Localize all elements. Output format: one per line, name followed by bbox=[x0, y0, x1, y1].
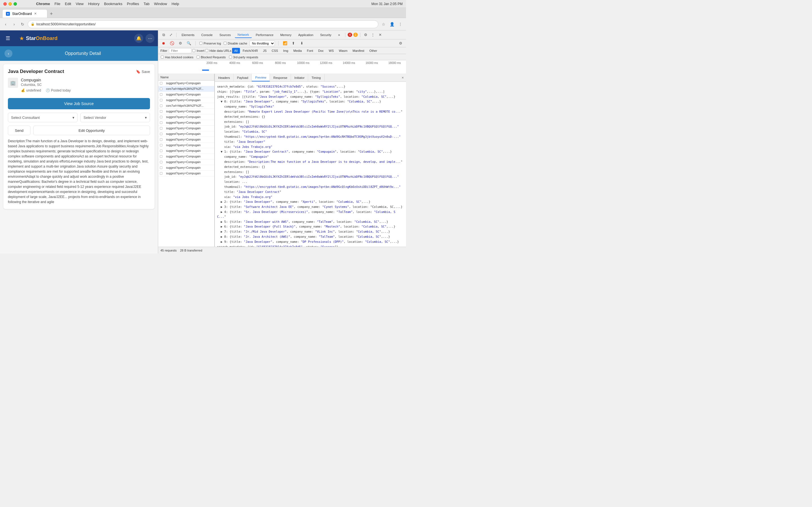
menu-file[interactable]: File bbox=[54, 2, 60, 6]
dock-icon-button[interactable]: ⧉ bbox=[160, 32, 167, 38]
preserve-log-checkbox[interactable] bbox=[199, 42, 202, 45]
tab-console[interactable]: Console bbox=[199, 32, 215, 38]
filter-button[interactable]: ⚙ bbox=[177, 40, 184, 47]
hamburger-area[interactable]: ☰ bbox=[0, 31, 16, 46]
row-cb-input[interactable] bbox=[160, 150, 162, 152]
payload-tab[interactable]: Payload bbox=[234, 74, 252, 81]
tab-sources[interactable]: Sources bbox=[216, 32, 234, 38]
network-row[interactable]: suggest?query=Compugain bbox=[158, 109, 214, 114]
row-cb-input[interactable] bbox=[160, 105, 162, 107]
row-cb-input[interactable] bbox=[160, 82, 162, 84]
blocked-requests-label[interactable]: Blocked Requests bbox=[196, 55, 226, 59]
network-row[interactable]: suggest?query=Compugain bbox=[158, 126, 214, 131]
menu-history[interactable]: History bbox=[88, 2, 99, 6]
tab-network[interactable]: Network bbox=[235, 32, 252, 38]
menu-bookmarks[interactable]: Bookmarks bbox=[104, 2, 122, 6]
type-js-button[interactable]: JS bbox=[261, 48, 269, 54]
hide-data-urls-checkbox[interactable] bbox=[205, 49, 208, 52]
disable-cache-checkbox[interactable] bbox=[223, 42, 226, 45]
tab-application[interactable]: Application bbox=[296, 32, 316, 38]
edit-opportunity-button[interactable]: Edit Opportunity bbox=[33, 126, 150, 135]
throttle-select[interactable]: No throttling bbox=[250, 41, 275, 46]
row-cb-input[interactable] bbox=[160, 127, 162, 129]
network-row[interactable]: suggest?query=Compugain bbox=[158, 131, 214, 137]
row-cb-input[interactable] bbox=[160, 99, 162, 101]
initiator-tab[interactable]: Initiator bbox=[291, 74, 308, 81]
search-button[interactable]: 🔍 bbox=[186, 40, 192, 47]
network-row[interactable]: suggest?query=Compugain bbox=[158, 148, 214, 154]
invert-label[interactable]: Invert bbox=[192, 49, 204, 52]
select-consultant-dropdown[interactable]: Select Consultant ▾ bbox=[8, 113, 78, 122]
download-icon[interactable]: ⬇ bbox=[299, 40, 305, 47]
tab-performance[interactable]: Performance bbox=[253, 32, 276, 38]
new-tab-button[interactable]: + bbox=[47, 10, 55, 18]
row-cb-input[interactable] bbox=[160, 161, 162, 163]
network-row[interactable]: cors?url=https%3A%2F%2F... bbox=[158, 86, 214, 92]
browser-tab[interactable]: ★ StarOnBoard ✕ bbox=[2, 9, 47, 18]
back-button[interactable]: ‹ bbox=[4, 50, 12, 57]
type-ws-button[interactable]: WS bbox=[326, 48, 336, 54]
back-nav-button[interactable]: ‹ bbox=[2, 21, 9, 27]
menu-help[interactable]: Help bbox=[172, 2, 179, 6]
reload-button[interactable]: ↻ bbox=[19, 21, 26, 27]
menu-button[interactable]: ⋮ bbox=[397, 21, 404, 27]
third-party-label[interactable]: 3rd-party requests bbox=[229, 55, 258, 59]
blocked-cookies-checkbox[interactable] bbox=[161, 55, 163, 58]
blocked-cookies-label[interactable]: Has blocked cookies bbox=[160, 55, 193, 59]
tab-security[interactable]: Security bbox=[317, 32, 334, 38]
network-row[interactable]: suggest?query=Compugain bbox=[158, 98, 214, 103]
undock-icon-button[interactable]: ⤢ bbox=[168, 32, 174, 38]
network-row[interactable]: suggest?query=Compugain bbox=[158, 114, 214, 120]
more-menu-icon[interactable]: ⋯ bbox=[146, 34, 154, 43]
menu-window[interactable]: Window bbox=[154, 2, 167, 6]
profile-button[interactable]: 👤 bbox=[389, 21, 395, 27]
row-cb-input[interactable] bbox=[160, 133, 162, 135]
row-cb-input[interactable] bbox=[160, 144, 162, 147]
notification-icon[interactable]: 🔔 bbox=[134, 34, 143, 43]
row-cb-input[interactable] bbox=[160, 93, 162, 96]
tab-elements[interactable]: Elements bbox=[179, 32, 197, 38]
menu-edit[interactable]: Edit bbox=[65, 2, 71, 6]
filter-input[interactable] bbox=[169, 48, 192, 53]
type-wasm-button[interactable]: Wasm bbox=[337, 48, 350, 54]
forward-nav-button[interactable]: › bbox=[11, 21, 17, 27]
devtools-close-icon[interactable]: ✕ bbox=[377, 32, 384, 38]
upload-icon[interactable]: ⬆ bbox=[290, 40, 297, 47]
close-button[interactable] bbox=[3, 2, 7, 6]
detail-close-button[interactable]: × bbox=[399, 74, 406, 81]
menu-tab[interactable]: Tab bbox=[144, 2, 149, 6]
type-manifest-button[interactable]: Manifest bbox=[350, 48, 367, 54]
row-cb-input[interactable] bbox=[160, 172, 162, 175]
send-button[interactable]: Send bbox=[8, 126, 31, 135]
type-other-button[interactable]: Other bbox=[367, 48, 379, 54]
devtools-settings-icon[interactable]: ⚙ bbox=[363, 32, 369, 38]
maximize-button[interactable] bbox=[13, 2, 17, 6]
type-img-button[interactable]: Img bbox=[281, 48, 290, 54]
row-cb-input[interactable] bbox=[160, 110, 162, 113]
network-row[interactable]: suggest?query=Compugain bbox=[158, 92, 214, 98]
tab-more[interactable]: » bbox=[335, 32, 343, 38]
network-row[interactable]: suggest?query=Compugain bbox=[158, 137, 214, 143]
type-css-button[interactable]: CSS bbox=[269, 48, 281, 54]
row-cb-input[interactable] bbox=[160, 166, 162, 169]
row-cb-input[interactable] bbox=[160, 116, 162, 118]
type-fetch-xhr-button[interactable]: Fetch/XHR bbox=[241, 48, 260, 54]
type-doc-button[interactable]: Doc bbox=[316, 48, 326, 54]
network-row[interactable]: cors?url=https%3A%2F%2F... bbox=[158, 103, 214, 109]
select-vendor-dropdown[interactable]: Select Vendor ▾ bbox=[80, 113, 150, 122]
network-row[interactable]: suggest?query=Compugain bbox=[158, 171, 214, 176]
address-bar[interactable]: 🔒 localhost:5000/#/recruiter/opportuniti… bbox=[28, 20, 378, 28]
clear-button[interactable]: 🚫 bbox=[169, 40, 175, 47]
record-button[interactable]: ⏺ bbox=[160, 40, 167, 47]
type-font-button[interactable]: Font bbox=[305, 48, 315, 54]
network-row[interactable]: suggest?query=Compugain bbox=[158, 80, 214, 86]
network-row[interactable]: suggest?query=Compugain bbox=[158, 143, 214, 148]
row-cb-input[interactable] bbox=[160, 155, 162, 158]
offline-icon[interactable]: 📶 bbox=[282, 40, 288, 47]
network-row[interactable]: suggest?query=Compugain bbox=[158, 120, 214, 126]
row-cb-input[interactable] bbox=[160, 138, 162, 141]
network-settings-icon[interactable]: ⚙ bbox=[398, 40, 404, 47]
type-media-button[interactable]: Media bbox=[291, 48, 304, 54]
tab-close-icon[interactable]: ✕ bbox=[34, 12, 37, 15]
preview-tab[interactable]: Preview bbox=[252, 74, 270, 81]
